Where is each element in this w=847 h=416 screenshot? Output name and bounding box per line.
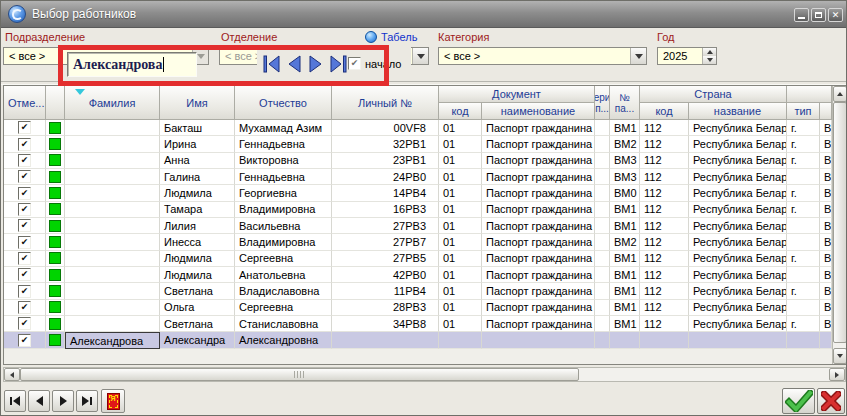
close-icon: ✕: [832, 11, 840, 20]
cell-passport-no: ВМ0: [610, 185, 640, 201]
header-personal-no[interactable]: Личный №: [332, 86, 439, 120]
confirm-button[interactable]: [782, 388, 815, 414]
scroll-up-button[interactable]: [833, 86, 847, 102]
search-from-start-checkbox[interactable]: ✔: [348, 57, 361, 70]
vertical-scroll-thumb[interactable]: [833, 102, 847, 343]
checkbox-checked-icon[interactable]: ✔: [18, 121, 31, 134]
status-indicator: [46, 332, 65, 348]
checkbox-checked-icon[interactable]: ✔: [18, 170, 31, 183]
header-name[interactable]: Имя: [160, 86, 235, 120]
horizontal-scroll-thumb[interactable]: [20, 368, 579, 381]
category-combobox[interactable]: < все >: [438, 47, 647, 65]
table-row[interactable]: ✔ЛюдмилаСергеевна27РВ501Паспорт граждани…: [4, 251, 832, 267]
row-select-checkbox[interactable]: ✔: [4, 251, 46, 267]
vertical-scrollbar[interactable]: [832, 86, 846, 364]
timesheet-button[interactable]: [101, 389, 125, 413]
table-row[interactable]: ✔АлександроваАлександраАлександровна: [4, 332, 832, 348]
table-row[interactable]: ✔ЛюдмилаГеоргиевна14РВ401Паспорт граждан…: [4, 185, 832, 201]
table-row[interactable]: ✔БакташМухаммад Азим00VF801Паспорт гражд…: [4, 120, 832, 136]
search-prev-button[interactable]: [285, 54, 303, 74]
header-surname[interactable]: Фамилия: [65, 86, 160, 120]
row-select-checkbox[interactable]: ✔: [4, 218, 46, 234]
horizontal-scrollbar[interactable]: [3, 367, 846, 382]
cancel-button[interactable]: [817, 388, 845, 414]
checkbox-checked-icon[interactable]: ✔: [18, 203, 31, 216]
table-row[interactable]: ✔ЛилияВасильевна27РВ301Паспорт гражданин…: [4, 218, 832, 234]
header-country-code[interactable]: код: [640, 103, 689, 120]
search-input[interactable]: Александрова: [67, 52, 197, 77]
scroll-down-button[interactable]: [833, 348, 847, 364]
search-last-button[interactable]: [329, 54, 347, 74]
header-checked[interactable]: Отме...: [4, 86, 46, 120]
table-row[interactable]: ✔ИнессаВладимировна27РВ701Паспорт гражда…: [4, 234, 832, 250]
row-select-checkbox[interactable]: ✔: [4, 316, 46, 332]
table-row[interactable]: ✔ИринаГеннадьевна32РВ101Паспорт граждани…: [4, 136, 832, 152]
header-series[interactable]: ерип...: [595, 86, 610, 120]
checkbox-checked-icon[interactable]: ✔: [18, 317, 31, 330]
scroll-right-button[interactable]: [829, 368, 845, 381]
header-indicator[interactable]: [46, 86, 65, 120]
year-spinner[interactable]: 2025: [657, 47, 717, 65]
row-select-checkbox[interactable]: ✔: [4, 283, 46, 299]
header-patronymic[interactable]: Отчество: [235, 86, 332, 120]
row-select-checkbox[interactable]: ✔: [4, 169, 46, 185]
cell-name: Светлана: [160, 283, 235, 299]
checkbox-checked-icon[interactable]: ✔: [18, 187, 31, 200]
table-row[interactable]: ✔ГалинаГеннадьевна24РВ001Паспорт граждан…: [4, 169, 832, 185]
cell-patronymic: Геннадьевна: [235, 169, 332, 185]
row-select-checkbox[interactable]: ✔: [4, 153, 46, 169]
checkbox-checked-icon[interactable]: ✔: [18, 236, 31, 249]
status-indicator: [46, 120, 65, 136]
minimize-button[interactable]: [794, 8, 809, 22]
close-button[interactable]: ✕: [828, 8, 843, 22]
checkbox-checked-icon[interactable]: ✔: [18, 285, 31, 298]
row-select-checkbox[interactable]: ✔: [4, 185, 46, 201]
cell-country-code: 112: [640, 120, 689, 136]
row-select-checkbox[interactable]: ✔: [4, 202, 46, 218]
checkbox-checked-icon[interactable]: ✔: [18, 301, 31, 314]
tabel-radio[interactable]: Табель: [365, 31, 417, 43]
category-label: Категория: [438, 31, 489, 43]
table-row[interactable]: ✔ЛюдмилаАнатольевна42РВ001Паспорт гражда…: [4, 267, 832, 283]
year-down-button[interactable]: [703, 56, 716, 64]
search-first-button[interactable]: [263, 54, 281, 74]
scroll-left-button[interactable]: [4, 368, 20, 381]
first-record-button[interactable]: [4, 390, 26, 412]
checkbox-checked-icon[interactable]: ✔: [18, 268, 31, 281]
row-select-checkbox[interactable]: ✔: [4, 120, 46, 136]
table-row[interactable]: ✔ОльгаСергеевна28РВ301Паспорт гражданина…: [4, 300, 832, 316]
checkbox-checked-icon[interactable]: ✔: [18, 334, 31, 347]
checkbox-checked-icon[interactable]: ✔: [18, 138, 31, 151]
header-doc-code[interactable]: код: [439, 103, 482, 120]
next-record-button[interactable]: [52, 390, 74, 412]
row-select-checkbox[interactable]: ✔: [4, 300, 46, 316]
cell-doc-code: 01: [439, 153, 482, 169]
row-select-checkbox[interactable]: ✔: [4, 234, 46, 250]
last-record-button[interactable]: [76, 390, 98, 412]
table-row[interactable]: ✔ТамараВладимировна16РВ301Паспорт гражда…: [4, 202, 832, 218]
category-dropdown-arrow[interactable]: [630, 48, 646, 64]
header-country-type[interactable]: тип: [787, 103, 820, 120]
checkbox-checked-icon[interactable]: ✔: [18, 219, 31, 232]
table-row[interactable]: ✔СветланаВладиславовна11РВ401Паспорт гра…: [4, 283, 832, 299]
header-country-name[interactable]: название: [689, 103, 787, 120]
row-select-checkbox[interactable]: ✔: [4, 136, 46, 152]
search-next-button[interactable]: [307, 54, 325, 74]
division-dropdown-arrow[interactable]: [412, 48, 428, 64]
checkbox-checked-icon[interactable]: ✔: [18, 252, 31, 265]
prev-record-button[interactable]: [28, 390, 50, 412]
header-country-group[interactable]: Страна: [640, 86, 787, 103]
year-label: Год: [657, 31, 675, 43]
header-passport-no[interactable]: №па...: [610, 86, 640, 120]
cell-doc-code: 01: [439, 316, 482, 332]
maximize-button[interactable]: [811, 8, 826, 22]
checkbox-checked-icon[interactable]: ✔: [18, 154, 31, 167]
table-row[interactable]: ✔СветланаСтаниславовна34РВ801Паспорт гра…: [4, 316, 832, 332]
year-up-button[interactable]: [703, 48, 716, 56]
cell-extra: В: [820, 169, 832, 185]
header-document-group[interactable]: Документ: [439, 86, 595, 103]
row-select-checkbox[interactable]: ✔: [4, 267, 46, 283]
row-select-checkbox[interactable]: ✔: [4, 332, 46, 348]
header-doc-name[interactable]: наименование: [482, 103, 595, 120]
table-row[interactable]: ✔АннаВикторовна23РВ101Паспорт гражданина…: [4, 153, 832, 169]
